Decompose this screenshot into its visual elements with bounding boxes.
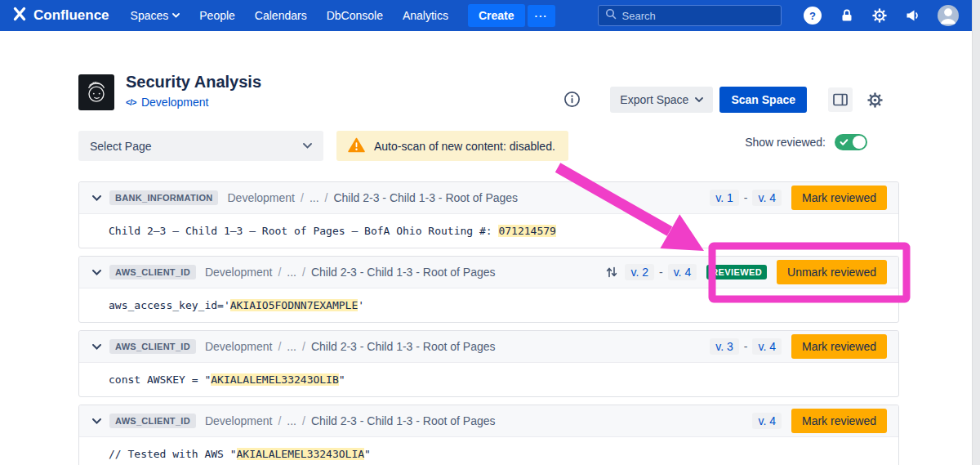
nav-item-analytics[interactable]: Analytics xyxy=(403,9,448,22)
page-title: Security Analysis xyxy=(126,73,261,92)
select-page-label: Select Page xyxy=(90,140,152,153)
version-from-link[interactable]: v. 3 xyxy=(710,338,739,355)
show-reviewed-toggle[interactable] xyxy=(835,134,867,150)
snippet-highlight: AKIALALEMEL33243OLIB xyxy=(211,373,339,386)
help-icon[interactable]: ? xyxy=(804,7,822,25)
finding-card: BANK_INFORMATION Development / ... / Chi… xyxy=(78,181,899,248)
megaphone-icon[interactable] xyxy=(904,7,920,24)
scan-space-button[interactable]: Scan Space xyxy=(719,87,807,113)
breadcrumb-page-link[interactable]: Child 2-3 - Child 1-3 - Root of Pages xyxy=(333,191,518,204)
info-icon[interactable] xyxy=(564,91,581,111)
finding-snippet: const AWSKEY = "AKIALALEMEL33243OLIB" xyxy=(79,363,898,396)
version-to-link[interactable]: v. 4 xyxy=(752,190,782,206)
search-input[interactable] xyxy=(622,10,774,22)
finding-type-badge: AWS_CLIENT_ID xyxy=(109,265,196,279)
chevron-down-icon[interactable] xyxy=(92,195,101,201)
snippet-text: // Tested with AWS " xyxy=(109,448,237,460)
chevron-down-icon[interactable] xyxy=(92,270,101,275)
chevron-down-icon[interactable] xyxy=(92,418,101,424)
lock-icon[interactable] xyxy=(839,7,855,24)
snippet-highlight: AKIAIO5FODNN7EXAMPLE xyxy=(230,299,359,311)
breadcrumb: Development / ... / Child 2-3 - Child 1-… xyxy=(205,414,496,427)
select-page-dropdown[interactable]: Select Page xyxy=(78,131,323,161)
version-from-link[interactable]: v. 1 xyxy=(710,190,739,206)
finding-snippet: // Tested with AWS "AKIALALEMEL33243OLIA… xyxy=(79,437,898,465)
breadcrumb-separator: / xyxy=(302,340,305,353)
board-layout-icon[interactable] xyxy=(828,87,853,112)
create-button[interactable]: Create xyxy=(468,4,525,27)
breadcrumb-page-link[interactable]: Child 2-3 - Child 1-3 - Root of Pages xyxy=(311,414,496,427)
mark-reviewed-button[interactable]: Mark reviewed xyxy=(791,409,887,433)
export-space-label: Export Space xyxy=(620,93,688,106)
brand-name: Confluence xyxy=(33,7,109,24)
chevron-down-icon[interactable] xyxy=(92,344,101,350)
warning-text: Auto-scan of new content: disabled. xyxy=(374,140,555,153)
breadcrumb-ellipsis[interactable]: ... xyxy=(287,340,296,353)
breadcrumb-separator: / xyxy=(302,266,305,279)
nav-item-calendars[interactable]: Calendars xyxy=(255,9,307,22)
breadcrumb-space-link[interactable]: Development xyxy=(205,414,273,427)
warning-banner: Auto-scan of new content: disabled. xyxy=(336,131,568,161)
unmark-reviewed-button[interactable]: Unmark reviewed xyxy=(777,260,887,284)
snippet-text: " xyxy=(364,448,371,460)
header-actions: Export Space Scan Space xyxy=(610,87,887,113)
version-to-link[interactable]: v. 4 xyxy=(752,413,782,429)
snippet-text: aws_access_key_id=' xyxy=(109,299,230,311)
nav-item-spaces[interactable]: Spaces xyxy=(131,9,180,22)
breadcrumb-space-link[interactable]: Development xyxy=(205,340,273,353)
user-avatar[interactable] xyxy=(938,5,959,26)
snippet-text: " xyxy=(339,373,345,386)
gear-icon[interactable] xyxy=(872,8,887,23)
navbar-icons: ? xyxy=(804,5,959,26)
chevron-down-icon xyxy=(303,143,312,149)
breadcrumb-space-link[interactable]: Development xyxy=(227,191,295,204)
export-space-button[interactable]: Export Space xyxy=(610,87,713,113)
breadcrumb-separator: / xyxy=(302,414,305,427)
code-icon: </> xyxy=(126,98,136,107)
version-from-link[interactable]: v. 2 xyxy=(625,264,654,280)
mark-reviewed-button[interactable]: Mark reviewed xyxy=(791,186,887,210)
top-navbar: Confluence Spaces People Calendars DbCon… xyxy=(0,0,972,31)
chevron-down-icon xyxy=(695,97,703,102)
version-to-link[interactable]: v. 4 xyxy=(752,338,782,355)
warning-icon xyxy=(348,137,365,155)
breadcrumb: Development / ... / Child 2-3 - Child 1-… xyxy=(205,340,496,353)
confluence-home-link[interactable]: Confluence xyxy=(11,6,109,26)
space-avatar xyxy=(78,74,114,110)
breadcrumb-ellipsis[interactable]: ... xyxy=(287,414,296,427)
version-dash: - xyxy=(659,266,663,279)
finding-card: AWS_CLIENT_ID Development / ... / Child … xyxy=(78,330,899,397)
scrollbar-track[interactable] xyxy=(972,0,980,465)
nav-item-dbconsole[interactable]: DbConsole xyxy=(327,9,383,22)
snippet-text: ' xyxy=(358,299,364,311)
nav-links: Spaces People Calendars DbConsole Analyt… xyxy=(121,9,458,22)
finding-snippet: Child 2–3 – Child 1–3 – Root of Pages – … xyxy=(79,214,898,248)
finding-type-badge: AWS_CLIENT_ID xyxy=(109,414,196,428)
snippet-highlight: 071214579 xyxy=(498,225,555,237)
finding-snippet: aws_access_key_id='AKIAIO5FODNN7EXAMPLE' xyxy=(79,288,898,322)
breadcrumb-separator: / xyxy=(301,191,304,204)
compare-versions-icon[interactable] xyxy=(605,266,618,279)
finding-type-badge: BANK_INFORMATION xyxy=(109,190,218,205)
more-actions-button[interactable]: ··· xyxy=(528,5,555,27)
mark-reviewed-button[interactable]: Mark reviewed xyxy=(791,334,887,359)
finding-header: AWS_CLIENT_ID Development / ... / Child … xyxy=(79,257,898,288)
version-to-link[interactable]: v. 4 xyxy=(668,264,697,280)
breadcrumb-page-link[interactable]: Child 2-3 - Child 1-3 - Root of Pages xyxy=(311,266,496,279)
finding-header: AWS_CLIENT_ID Development / ... / Child … xyxy=(79,405,898,437)
space-settings-gear-icon[interactable] xyxy=(862,87,887,112)
breadcrumb-ellipsis[interactable]: ... xyxy=(287,266,296,279)
snippet-text: const AWSKEY = " xyxy=(109,373,211,386)
breadcrumb-separator: / xyxy=(278,414,281,427)
search-box[interactable] xyxy=(598,5,782,26)
page: Confluence Spaces People Calendars DbCon… xyxy=(0,0,980,465)
space-link[interactable]: Development xyxy=(141,96,209,109)
finding-card: AWS_CLIENT_ID Development / ... / Child … xyxy=(78,256,899,323)
breadcrumb-page-link[interactable]: Child 2-3 - Child 1-3 - Root of Pages xyxy=(311,340,496,353)
confluence-logo-icon xyxy=(11,6,28,26)
version-dash: - xyxy=(744,191,748,204)
version-dash: - xyxy=(744,340,748,353)
nav-item-people[interactable]: People xyxy=(199,9,235,22)
breadcrumb-space-link[interactable]: Development xyxy=(205,266,273,279)
breadcrumb-ellipsis[interactable]: ... xyxy=(310,191,319,204)
